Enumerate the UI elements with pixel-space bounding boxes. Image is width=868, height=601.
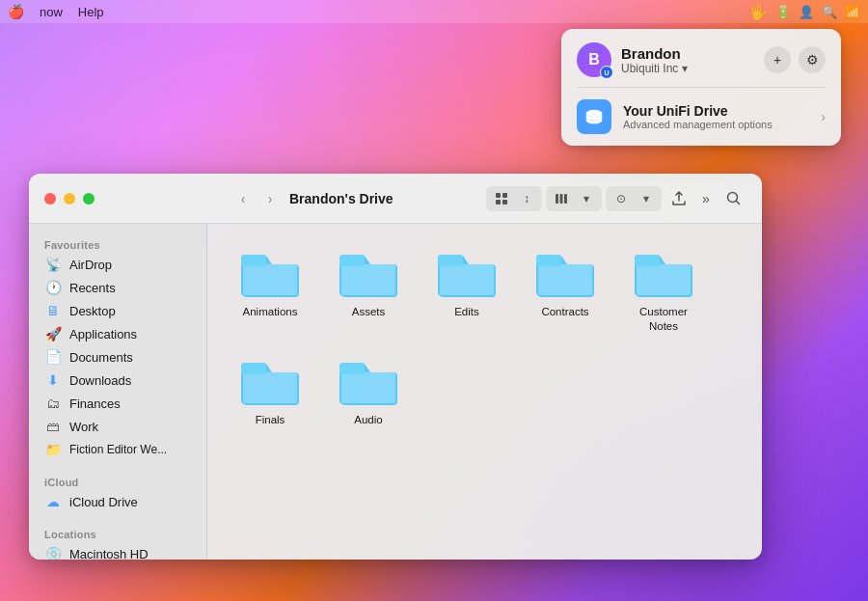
file-item-finals[interactable]: Finals xyxy=(227,347,313,433)
sidebar-item-applications[interactable]: 🚀 Applications xyxy=(33,322,203,345)
recents-icon: 🕐 xyxy=(44,280,62,295)
recents-label: Recents xyxy=(69,281,116,295)
apple-menu[interactable]: 🍎 xyxy=(8,4,24,19)
sidebar-item-macintosh-hd[interactable]: 💿 Macintosh HD xyxy=(33,542,203,560)
documents-label: Documents xyxy=(69,350,133,365)
files-row-2: Finals Audio xyxy=(227,347,743,433)
search-icon[interactable]: 🔍 xyxy=(822,5,837,19)
favourites-label: Favourites xyxy=(29,232,206,253)
cols-down-button[interactable]: ▾ xyxy=(575,188,598,209)
svg-rect-6 xyxy=(560,194,563,204)
fiction-icon: 📁 xyxy=(44,442,62,457)
help-menu[interactable]: Help xyxy=(78,5,104,19)
unifi-menu-icon[interactable]: 🖐 xyxy=(748,3,768,21)
airdrop-label: AirDrop xyxy=(69,258,112,272)
file-item-customer-notes[interactable]: Customer Notes xyxy=(620,239,707,340)
downloads-label: Downloads xyxy=(69,373,131,388)
battery-icon: 🔋 xyxy=(775,5,791,19)
desktop-label: Desktop xyxy=(69,304,116,318)
drive-subtitle: Advanced management options xyxy=(623,119,809,130)
sort-button[interactable]: ↕ xyxy=(515,188,538,209)
traffic-lights xyxy=(44,193,95,205)
svg-point-0 xyxy=(586,110,603,117)
sidebar-item-airdrop[interactable]: 📡 AirDrop xyxy=(33,253,203,276)
folder-icon-animations xyxy=(239,245,301,299)
sidebar-item-documents[interactable]: 📄 Documents xyxy=(33,345,203,369)
ubiquiti-badge: U xyxy=(600,66,613,79)
sidebar-item-finances[interactable]: 🗂 Finances xyxy=(33,392,203,415)
folder-icon-contracts xyxy=(534,245,596,299)
wifi-icon: 📶 xyxy=(845,5,860,19)
drive-icon xyxy=(577,99,611,134)
svg-rect-2 xyxy=(502,193,507,198)
file-item-edits[interactable]: Edits xyxy=(423,239,510,340)
finder-sidebar: Favourites 📡 AirDrop 🕐 Recents 🖥 Desktop… xyxy=(29,224,207,560)
work-icon: 🗃 xyxy=(44,419,62,434)
sidebar-item-downloads[interactable]: ⬇ Downloads xyxy=(33,369,203,392)
finder-topbar: ‹ › Brandon's Drive ↕ xyxy=(29,174,762,224)
org-chevron[interactable]: ▾ xyxy=(682,62,688,75)
file-item-contracts[interactable]: Contracts xyxy=(522,239,609,340)
view-cols-control: ▾ xyxy=(546,186,602,211)
more-actions-button[interactable]: » xyxy=(692,185,719,212)
menu-bar-right: 🖐 🔋 👤 🔍 📶 xyxy=(748,3,860,21)
folder-icon-finals xyxy=(239,353,301,407)
sidebar-item-icloud-drive[interactable]: ☁ iCloud Drive xyxy=(33,490,203,513)
animations-label: Animations xyxy=(243,305,298,319)
svg-rect-5 xyxy=(556,194,558,204)
search-button[interactable] xyxy=(719,185,746,212)
desktop-icon: 🖥 xyxy=(44,303,62,318)
svg-rect-14 xyxy=(635,255,660,266)
icloud-label: iCloud xyxy=(29,469,206,490)
customer-notes-label: Customer Notes xyxy=(625,305,702,334)
sidebar-item-work[interactable]: 🗃 Work xyxy=(33,415,203,438)
app-name-menu[interactable]: now xyxy=(40,5,63,19)
folder-icon-audio xyxy=(338,353,399,407)
unifi-popup: B U Brandon Ubiquiti Inc ▾ + ⚙ Your UniF… xyxy=(561,29,841,146)
menu-bar: 🍎 now Help 🖐 🔋 👤 🔍 📶 xyxy=(0,0,868,23)
file-item-audio[interactable]: Audio xyxy=(325,347,412,433)
more-button[interactable]: ⊙ xyxy=(610,188,633,209)
airdrop-icon: 📡 xyxy=(44,257,62,272)
username: Brandon xyxy=(621,45,754,62)
file-item-assets[interactable]: Assets xyxy=(325,239,412,340)
drive-title: Your UniFi Drive xyxy=(623,103,809,119)
back-button[interactable]: ‹ xyxy=(231,187,255,210)
svg-rect-4 xyxy=(502,200,507,205)
svg-rect-3 xyxy=(496,200,501,205)
assets-label: Assets xyxy=(352,305,386,319)
finder-window: ‹ › Brandon's Drive ↕ xyxy=(29,174,762,560)
org-label: Ubiquiti Inc xyxy=(621,62,678,75)
forward-button[interactable]: › xyxy=(258,187,282,210)
fiction-label: Fiction Editor We... xyxy=(69,443,167,456)
finder-title: Brandon's Drive xyxy=(289,191,393,206)
menu-bar-left: 🍎 now Help xyxy=(8,4,104,19)
finder-body: Favourites 📡 AirDrop 🕐 Recents 🖥 Desktop… xyxy=(29,224,762,560)
drive-row[interactable]: Your UniFi Drive Advanced management opt… xyxy=(561,88,841,146)
settings-button[interactable]: ⚙ xyxy=(799,46,826,73)
files-row-1: Animations Assets xyxy=(227,239,743,340)
minimize-button[interactable] xyxy=(64,193,75,205)
add-button[interactable]: + xyxy=(764,46,791,73)
maximize-button[interactable] xyxy=(83,193,95,205)
org-name: Ubiquiti Inc ▾ xyxy=(621,62,754,75)
folder-icon-assets xyxy=(338,245,399,299)
sidebar-item-recents[interactable]: 🕐 Recents xyxy=(33,276,203,299)
close-button[interactable] xyxy=(44,193,56,205)
files-area: Animations Assets xyxy=(207,224,762,560)
sidebar-item-fiction[interactable]: 📁 Fiction Editor We... xyxy=(33,438,203,461)
user-icon[interactable]: 👤 xyxy=(799,5,814,19)
share-button[interactable] xyxy=(665,185,692,212)
sidebar-item-desktop[interactable]: 🖥 Desktop xyxy=(33,299,203,322)
grid-view-button[interactable] xyxy=(490,188,513,209)
avatar: B U xyxy=(577,42,611,77)
contracts-label: Contracts xyxy=(541,305,588,319)
more-down-button[interactable]: ▾ xyxy=(635,188,658,209)
more-control: ⊙ ▾ xyxy=(606,186,662,211)
downloads-icon: ⬇ xyxy=(44,372,62,388)
view-grid-control: ↕ xyxy=(486,186,542,211)
cols-view-button[interactable] xyxy=(550,188,573,209)
svg-rect-1 xyxy=(496,193,501,198)
finances-icon: 🗂 xyxy=(44,396,62,411)
file-item-animations[interactable]: Animations xyxy=(227,239,313,340)
